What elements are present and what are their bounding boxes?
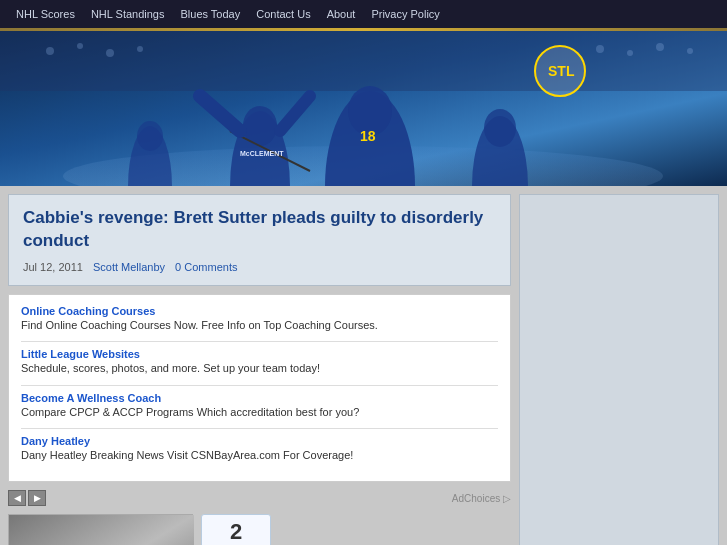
article-author[interactable]: Scott Mellanby (93, 261, 165, 273)
ad-nav-buttons: ◀ ▶ (8, 490, 46, 506)
ad-desc-1: Schedule, scores, photos, and more. Set … (21, 361, 498, 376)
svg-point-22 (596, 45, 604, 53)
article-header: Cabbie's revenge: Brett Sutter pleads gu… (8, 194, 511, 286)
svg-text:McCLEMENT: McCLEMENT (240, 150, 284, 157)
svg-point-9 (137, 121, 163, 151)
nav-item-nhl-scores[interactable]: NHL Scores (8, 2, 83, 26)
article-meta: Jul 12, 2011 Scott Mellanby 0 Comments (23, 261, 496, 273)
content-area: Cabbie's revenge: Brett Sutter pleads gu… (8, 194, 511, 545)
article-thumbnail (8, 514, 193, 545)
article-title: Cabbie's revenge: Brett Sutter pleads gu… (23, 207, 496, 253)
svg-point-18 (46, 47, 54, 55)
ad-link-1[interactable]: Little League Websites (21, 348, 140, 360)
svg-point-25 (687, 48, 693, 54)
svg-point-20 (106, 49, 114, 57)
ad-item-0: Online Coaching CoursesFind Online Coach… (21, 305, 498, 333)
ad-link-3[interactable]: Dany Heatley (21, 435, 90, 447)
svg-text:18: 18 (360, 128, 376, 144)
ad-link-2[interactable]: Become A Wellness Coach (21, 392, 161, 404)
ad-desc-2: Compare CPCP & ACCP Programs Which accre… (21, 405, 498, 420)
ad-prev-button[interactable]: ◀ (8, 490, 26, 506)
svg-point-19 (77, 43, 83, 49)
tweet-count: 2 (208, 521, 264, 543)
svg-rect-26 (9, 515, 194, 545)
ad-box: Online Coaching CoursesFind Online Coach… (8, 294, 511, 483)
nav-item-about[interactable]: About (319, 2, 364, 26)
sidebar (519, 194, 719, 545)
ad-footer: ◀ ▶ AdChoices ▷ (8, 490, 511, 506)
article-comments[interactable]: 0 Comments (175, 261, 237, 273)
ad-next-button[interactable]: ▶ (28, 490, 46, 506)
svg-text:STL: STL (548, 63, 575, 79)
svg-point-12 (484, 109, 516, 147)
nav-item-privacy-policy[interactable]: Privacy Policy (363, 2, 447, 26)
ad-items-container: Online Coaching CoursesFind Online Coach… (21, 305, 498, 464)
nav-item-nhl-standings[interactable]: NHL Standings (83, 2, 173, 26)
tweet-box: 2 tweets Tweet (201, 514, 271, 545)
ad-separator-0 (21, 341, 498, 342)
thumb-area: 2 tweets Tweet (8, 514, 511, 545)
svg-rect-2 (0, 31, 727, 91)
navbar: NHL ScoresNHL StandingsBlues TodayContac… (0, 0, 727, 28)
svg-point-21 (137, 46, 143, 52)
ad-separator-2 (21, 428, 498, 429)
ad-link-0[interactable]: Online Coaching Courses (21, 305, 155, 317)
ad-desc-3: Dany Heatley Breaking News Visit CSNBayA… (21, 448, 498, 463)
svg-point-23 (627, 50, 633, 56)
ad-desc-0: Find Online Coaching Courses Now. Free I… (21, 318, 498, 333)
nav-item-contact-us[interactable]: Contact Us (248, 2, 318, 26)
article-date: Jul 12, 2011 (23, 261, 83, 273)
ad-item-2: Become A Wellness CoachCompare CPCP & AC… (21, 392, 498, 420)
ad-item-3: Dany HeatleyDany Heatley Breaking News V… (21, 435, 498, 463)
hero-banner: 18 McCLEMENT STL (0, 31, 727, 186)
main-wrapper: Cabbie's revenge: Brett Sutter pleads gu… (0, 186, 727, 545)
ad-item-1: Little League WebsitesSchedule, scores, … (21, 348, 498, 376)
nav-item-blues-today[interactable]: Blues Today (172, 2, 248, 26)
ad-separator-1 (21, 385, 498, 386)
svg-point-24 (656, 43, 664, 51)
ad-choices-label: AdChoices ▷ (452, 493, 511, 504)
